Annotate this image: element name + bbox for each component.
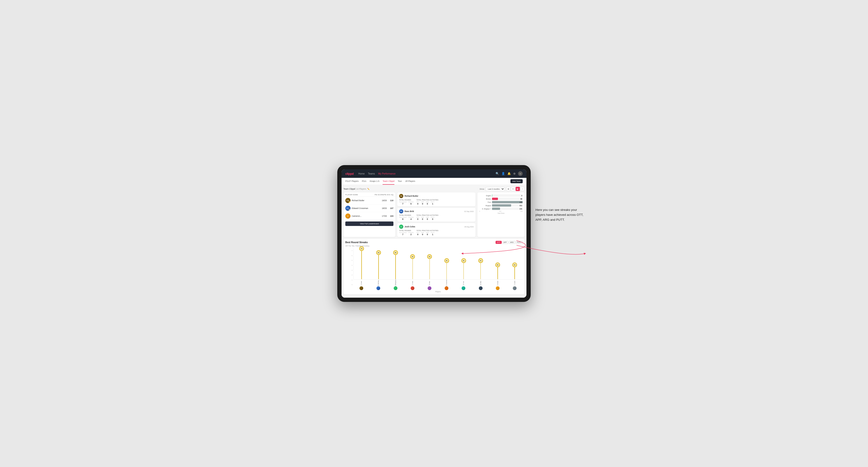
- col-player-name: PLAYER NAME: [345, 194, 375, 195]
- lollipop-stem: [361, 251, 362, 279]
- bar-label: D. Bogeys +: [479, 208, 491, 210]
- player-name: Rees Britt: [404, 210, 414, 213]
- player-name-label: R. Butler: [497, 281, 498, 285]
- bar-fill: [492, 204, 511, 207]
- sub-nav-hcaps[interactable]: Hcaps 1-5: [370, 178, 379, 185]
- list-view-icon[interactable]: ≡: [511, 187, 515, 191]
- ott-stat: OTT 0: [416, 217, 419, 220]
- bar-row: Birdies 96: [479, 198, 523, 200]
- arg-val: 0: [427, 218, 428, 220]
- players-label: Players: [353, 291, 523, 292]
- filter-btn-ott[interactable]: OTT: [496, 241, 502, 244]
- putt-stat: PUTT 1: [431, 201, 434, 205]
- ott-val: 0: [417, 218, 418, 220]
- sub-nav-team-clippd[interactable]: Team Clippd: [382, 178, 394, 185]
- bar-fill: [492, 208, 500, 210]
- export-icon[interactable]: ↑: [520, 187, 525, 191]
- col-pb-score: PB SCORE: [375, 194, 384, 195]
- app-val: 0: [422, 203, 423, 205]
- bar-value: 131: [519, 208, 522, 210]
- lollipop-stem: [515, 267, 515, 279]
- logo: clippd: [345, 172, 353, 176]
- practice-activities-label: Total Practice Activities: [416, 214, 438, 216]
- player-info: RB 1 Richard Butler: [345, 198, 379, 203]
- lollipop-col: 4x: [473, 249, 489, 279]
- person-icon[interactable]: 👤: [501, 172, 505, 175]
- player-avatar: [479, 286, 483, 290]
- view-full-leaderboard-button[interactable]: View Full Leaderboard: [345, 221, 394, 226]
- lollipop-col: 3x: [490, 249, 506, 279]
- sub-nav-tour[interactable]: Tour: [398, 178, 402, 185]
- practice-activities-group: Total Practice Activities OTT 0 APP: [416, 214, 438, 220]
- pb-score: 18/20: [379, 207, 387, 210]
- bar-axis: 0 200 400: [479, 211, 523, 212]
- round-stat-row: Tournament 7 Practice 2: [399, 232, 413, 236]
- avatar: RB: [399, 209, 403, 214]
- filter-btn-app[interactable]: APP: [502, 241, 508, 244]
- bar-row: Bogeys 311: [479, 204, 523, 207]
- lollipop-stem: [446, 263, 447, 279]
- lollipop-chart: 7x 6x 6x 5x 5x 4x 4x 4x 3x 3x E. EbertB.…: [353, 249, 523, 292]
- lollipop-col: 3x: [507, 249, 523, 279]
- streaks-filter-buttons: OTTAPPARGPUTT: [496, 241, 523, 244]
- practice-activities-group: Total Practice Activities OTT 0 APP: [416, 230, 438, 236]
- lollipop-bubble: 3x: [512, 262, 517, 267]
- player-name: Cameron...: [352, 215, 362, 217]
- bar-value: 499: [519, 201, 522, 203]
- bell-icon[interactable]: 🔔: [507, 172, 511, 175]
- lollipop-col: 4x: [456, 249, 472, 279]
- total-rounds-group: Total Rounds Tournament 7 Practice: [399, 199, 413, 205]
- nav-my-performance[interactable]: My Performance: [378, 172, 395, 176]
- edit-icon[interactable]: ✏️: [367, 188, 370, 190]
- sub-nav-pgat[interactable]: PGAT Players: [345, 178, 359, 185]
- bar-track: 96: [492, 198, 523, 200]
- period-select[interactable]: Last 3 months: [486, 187, 505, 191]
- rank-badge: 2: [349, 209, 350, 211]
- add-team-button[interactable]: Add Team: [510, 179, 523, 183]
- tournament-stat: Tournament 7: [399, 232, 407, 236]
- round-stats: Total Rounds Tournament 7 Practice: [399, 230, 474, 236]
- settings-icon[interactable]: ⊕: [513, 172, 516, 175]
- sub-nav-all-players[interactable]: All Players: [405, 178, 415, 185]
- sub-nav-pga[interactable]: PGA: [362, 178, 366, 185]
- team-title: Team Clippd 14 Players ✏️: [343, 188, 370, 190]
- col-pb-avg: PB AVG SQ: [384, 194, 394, 195]
- putt-val: 0: [432, 218, 433, 220]
- putt-stat: PUTT 0: [431, 217, 434, 220]
- avatar: EC 2: [345, 206, 350, 211]
- detail-view-icon[interactable]: ◧: [516, 187, 520, 191]
- leaderboard-header: PLAYER NAME PB SCORE PB AVG SQ: [343, 192, 395, 197]
- app-stat: APP 0: [421, 201, 424, 205]
- rank-badge: 3: [349, 217, 350, 219]
- player-avatar: [428, 286, 431, 290]
- search-icon[interactable]: 🔍: [496, 172, 499, 175]
- lollipop-stem: [378, 255, 379, 279]
- avatar: C 3: [345, 214, 350, 219]
- bar-row: Eagles 3: [479, 194, 523, 197]
- practice-activities-label: Total Practice Activities: [416, 230, 438, 231]
- arg-stat: ARG 0: [426, 217, 429, 220]
- bar-label: Pars: [479, 201, 491, 203]
- practice-stat-row: OTT 0 APP 0 ARG: [416, 232, 438, 236]
- tournament-val: 7: [402, 233, 403, 236]
- sub-nav-links: PGAT Players PGA Hcaps 1-5 Team Clippd T…: [345, 178, 510, 185]
- bar-chart-title: Total Shots: [479, 213, 523, 214]
- player-avatar: [394, 286, 398, 290]
- nav-teams[interactable]: Teams: [368, 172, 375, 176]
- avatar[interactable]: U: [518, 171, 523, 176]
- nav-links: Home Teams My Performance: [358, 172, 496, 176]
- filter-btn-arg[interactable]: ARG: [509, 241, 515, 244]
- y-axis-label: 5: [352, 260, 352, 261]
- grid-view-icon[interactable]: ⊞: [506, 187, 510, 191]
- nav-home[interactable]: Home: [358, 172, 365, 176]
- lollipop-stem: [464, 263, 464, 279]
- streaks-subtitle: Off The Tee, Fairway Accuracy: [345, 245, 523, 247]
- total-rounds-group: Total Rounds Tournament 8 Practice: [399, 214, 413, 220]
- round-player-info: JC Josh Coles: [399, 224, 415, 229]
- pb-avg: 103: [387, 215, 394, 217]
- lollipop-col: 4x: [438, 249, 455, 279]
- lollipop-bubble: 4x: [478, 258, 483, 263]
- filter-btn-putt[interactable]: PUTT: [516, 241, 523, 244]
- annotation-text: Here you can see streaks your players ha…: [535, 208, 585, 222]
- lollipop-stem: [395, 255, 396, 279]
